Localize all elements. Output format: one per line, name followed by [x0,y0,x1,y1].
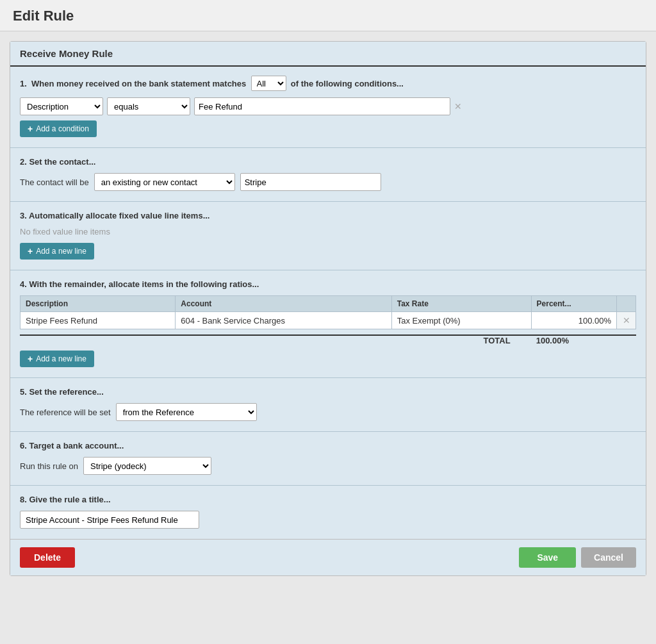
col-tax-rate: Tax Rate [391,296,531,312]
total-label: TOTAL [484,336,511,345]
row-percent: 100.00% [531,312,616,329]
col-description: Description [20,296,176,312]
delete-button[interactable]: Delete [20,547,75,568]
cancel-button[interactable]: Cancel [581,547,636,568]
section-3-title: 3. Automatically allocate fixed value li… [20,211,636,220]
section-8: 8. Give the rule a title... [10,486,646,539]
add-condition-icon: + [28,124,33,134]
section-5: 5. Set the reference... The reference wi… [10,378,646,432]
section-6-title: 6. Target a bank account... [20,441,636,450]
section-1-title: 1. When money received on the bank state… [20,76,636,91]
page-title: Edit Rule [13,8,643,24]
ratio-table: Description Account Tax Rate Percent... … [20,295,636,329]
section-4-title: 4. With the remainder, allocate items in… [20,279,636,289]
total-row: TOTAL 100.00% [20,334,636,345]
condition-value-input[interactable] [194,97,450,115]
contact-value-input[interactable] [240,173,381,191]
col-percent: Percent... [531,296,616,312]
condition-row: Description Amount Reference equals cont… [20,97,636,115]
add-condition-button[interactable]: + Add a condition [20,120,97,137]
bank-row: Run this rule on Stripe (yodeck) All ban… [20,457,636,475]
remove-row-button[interactable]: ✕ [623,315,630,326]
section-3: 3. Automatically allocate fixed value li… [10,202,646,270]
add-line-label-4: Add a new line [36,354,86,363]
add-line-label-3: Add a new line [36,247,86,256]
contact-row: The contact will be an existing or new c… [20,173,636,191]
col-account: Account [176,296,391,312]
row-account: 604 - Bank Service Charges [176,312,391,329]
no-items-text: No fixed value line items [20,227,636,236]
section-1-label: 1. When money received on the bank state… [20,79,249,88]
contact-type-select[interactable]: an existing or new contact a specific co… [94,173,235,191]
section-6: 6. Target a bank account... Run this rul… [10,432,646,486]
bank-prefix: Run this rule on [20,461,78,471]
add-condition-label: Add a condition [36,124,89,133]
reference-row: The reference will be set from the Refer… [20,403,636,421]
reference-prefix: The reference will be set [20,408,111,417]
match-select[interactable]: All Any [251,76,286,91]
row-description: Stripe Fees Refund [20,312,176,329]
bank-select[interactable]: Stripe (yodeck) All bank accounts [83,457,211,475]
contact-prefix: The contact will be [20,178,89,187]
rule-title-input[interactable] [20,511,199,529]
footer-bar: Delete Save Cancel [10,539,646,575]
footer-right: Save Cancel [519,547,636,568]
reference-select[interactable]: from the Reference from the Description … [116,403,257,421]
section-2-title: 2. Set the contact... [20,157,636,167]
section-1: 1. When money received on the bank state… [10,67,646,148]
main-container: Receive Money Rule 1. When money receive… [10,41,646,576]
col-actions [617,296,636,312]
section-1-suffix: of the following conditions... [288,79,404,88]
condition-operator-select[interactable]: equals contains starts with ends with [107,97,190,115]
total-value: 100.00% [536,336,569,345]
section-5-title: 5. Set the reference... [20,387,636,397]
rule-title: Receive Money Rule [10,42,646,67]
add-new-line-button-4[interactable]: + Add a new line [20,351,94,367]
condition-field-select[interactable]: Description Amount Reference [20,97,103,115]
row-actions: ✕ [617,312,636,329]
page-header: Edit Rule [0,0,656,31]
section-2: 2. Set the contact... The contact will b… [10,148,646,202]
remove-condition-button[interactable]: ✕ [454,101,462,111]
table-row: Stripe Fees Refund 604 - Bank Service Ch… [20,312,636,329]
add-line-icon-4: + [28,354,33,364]
save-button[interactable]: Save [519,547,576,568]
section-4: 4. With the remainder, allocate items in… [10,270,646,378]
add-new-line-button-3[interactable]: + Add a new line [20,243,94,260]
add-line-icon-3: + [28,246,33,256]
section-8-title: 8. Give the rule a title... [20,495,636,504]
row-tax-rate: Tax Exempt (0%) [391,312,531,329]
